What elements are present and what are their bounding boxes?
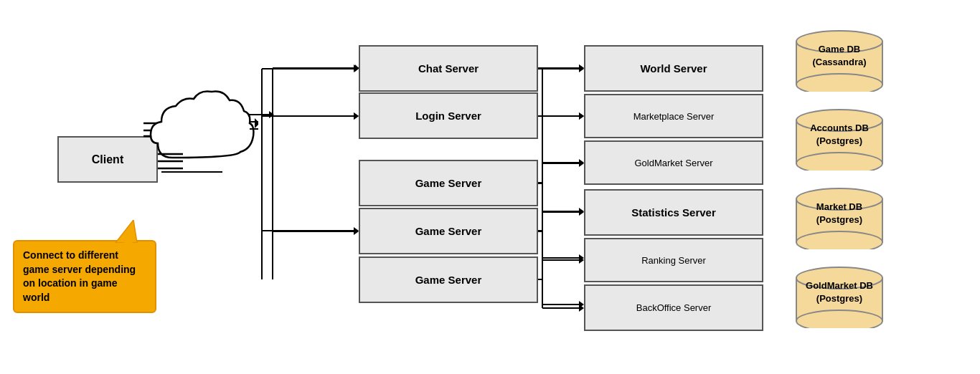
svg-marker-56 (354, 112, 359, 120)
svg-marker-54 (354, 65, 359, 72)
ranking-server-label: Ranking Server (641, 255, 706, 266)
market-db-line1: Market DB (816, 201, 862, 212)
svg-marker-22 (579, 160, 584, 167)
svg-point-45 (796, 231, 882, 249)
svg-marker-69 (579, 112, 584, 120)
goldmarket-server-box: GoldMarket Server (584, 140, 763, 185)
svg-marker-8 (354, 112, 359, 120)
game-server-1-box: Game Server (359, 160, 538, 206)
accounts-db-line2: (Postgres) (816, 135, 862, 146)
callout-box: Connect to different game server dependi… (13, 240, 156, 313)
svg-marker-25 (579, 301, 584, 308)
svg-marker-71 (579, 159, 584, 166)
svg-marker-6 (354, 64, 359, 72)
goldmarket-db: GoldMarket DB (Postgres) (793, 264, 886, 328)
svg-marker-49 (116, 220, 137, 243)
world-server-box: World Server (584, 45, 763, 92)
world-server-label: World Server (640, 62, 707, 75)
accounts-db-line1: Accounts DB (810, 123, 869, 133)
statistics-server-label: Statistics Server (631, 206, 716, 219)
chat-server-label: Chat Server (418, 62, 479, 75)
game-db: Game DB (Cassandra) (793, 27, 886, 92)
svg-marker-12 (579, 64, 584, 72)
svg-marker-36 (255, 118, 258, 128)
market-db: Market DB (Postgres) (793, 185, 886, 249)
svg-marker-21 (579, 112, 584, 120)
svg-marker-23 (579, 208, 584, 215)
svg-marker-24 (579, 254, 584, 262)
market-db-line2: (Postgres) (816, 214, 862, 225)
svg-point-42 (796, 153, 882, 171)
client-label: Client (92, 153, 123, 166)
svg-point-39 (796, 74, 882, 92)
svg-marker-67 (579, 65, 584, 72)
game-server-3-label: Game Server (415, 274, 482, 286)
game-db-line1: Game DB (819, 44, 861, 54)
game-server-2-label: Game Server (415, 225, 482, 237)
game-server-2-box: Game Server (359, 208, 538, 254)
svg-marker-27 (269, 111, 274, 118)
backoffice-server-box: BackOffice Server (584, 284, 763, 331)
marketplace-server-label: Marketplace Server (633, 111, 715, 122)
goldmarket-db-line1: GoldMarket DB (806, 280, 873, 291)
statistics-server-box: Statistics Server (584, 189, 763, 236)
svg-marker-73 (579, 208, 584, 216)
svg-marker-75 (579, 256, 584, 264)
svg-marker-10 (354, 228, 359, 235)
accounts-db: Accounts DB (Postgres) (793, 106, 886, 171)
client-box: Client (57, 136, 158, 183)
game-db-line2: (Cassandra) (812, 57, 866, 67)
login-server-box: Login Server (359, 92, 538, 139)
backoffice-server-label: BackOffice Server (636, 302, 712, 313)
game-server-3-box: Game Server (359, 256, 538, 303)
goldmarket-server-label: GoldMarket Server (634, 158, 712, 168)
svg-point-48 (796, 310, 882, 328)
chat-server-box: Chat Server (359, 45, 538, 92)
callout-text: Connect to different game server dependi… (23, 249, 136, 303)
architecture-diagram: Client Chat Server Login Server Game Ser… (0, 0, 980, 374)
ranking-server-box: Ranking Server (584, 238, 763, 282)
game-server-1-label: Game Server (415, 177, 482, 189)
goldmarket-db-line2: (Postgres) (816, 293, 862, 304)
svg-marker-77 (579, 305, 584, 312)
login-server-label: Login Server (415, 110, 481, 122)
cloud-icon (143, 72, 258, 186)
marketplace-server-box: Marketplace Server (584, 94, 763, 138)
svg-marker-58 (354, 227, 359, 234)
svg-marker-20 (579, 64, 584, 72)
